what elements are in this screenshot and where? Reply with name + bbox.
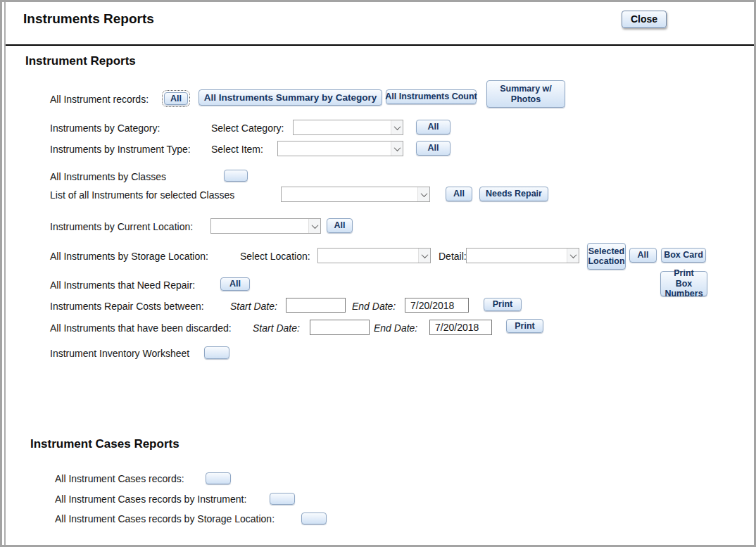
all-instrument-records-label: All Instrument records: bbox=[50, 93, 149, 106]
item-all-button[interactable]: All bbox=[416, 141, 451, 156]
left-edge-rule bbox=[4, 2, 6, 545]
by-classes-button[interactable] bbox=[224, 170, 248, 182]
repair-end-date-label: End Date: bbox=[352, 300, 396, 313]
discarded-start-date-input[interactable] bbox=[310, 320, 370, 335]
storage-location-combobox-value bbox=[318, 249, 418, 263]
page-title: Instruments Reports bbox=[23, 11, 154, 27]
select-item-label: Select Item: bbox=[211, 143, 263, 156]
cases-all-records-button[interactable] bbox=[206, 472, 231, 484]
need-repair-label: All Instruments that Need Repair: bbox=[50, 279, 195, 291]
repair-costs-label: Instruments Repair Costs between: bbox=[50, 300, 204, 313]
close-button[interactable]: Close bbox=[622, 11, 667, 28]
chevron-down-icon bbox=[391, 120, 403, 134]
summary-with-photos-button[interactable]: Summary w/ Photos bbox=[486, 80, 565, 108]
select-location-label: Select Location: bbox=[240, 250, 310, 263]
detail-combobox-value bbox=[467, 249, 567, 263]
storage-location-label: All Instruments by Storage Location: bbox=[50, 250, 208, 263]
need-repair-all-button[interactable]: All bbox=[220, 277, 250, 291]
discarded-print-button[interactable]: Print bbox=[506, 319, 543, 333]
chevron-down-icon bbox=[391, 142, 403, 156]
all-instruments-by-classes-label: All Instruments by Classes bbox=[50, 170, 166, 183]
instruments-by-type-label: Instruments by Instrument Type: bbox=[50, 143, 191, 156]
detail-label: Detail: bbox=[439, 250, 467, 263]
instrument-cases-reports-heading: Instrument Cases Reports bbox=[30, 437, 179, 451]
all-instruments-count-button[interactable]: All Instruments Count bbox=[386, 89, 477, 104]
current-location-combobox-value bbox=[211, 219, 308, 233]
select-category-label: Select Category: bbox=[211, 122, 284, 134]
cases-by-instrument-button[interactable] bbox=[270, 493, 295, 505]
discarded-end-date-input[interactable] bbox=[429, 320, 492, 335]
box-card-button[interactable]: Box Card bbox=[661, 248, 706, 263]
chevron-down-icon bbox=[418, 249, 430, 263]
all-instruments-summary-by-category-button[interactable]: All Instruments Summary by Category bbox=[199, 89, 382, 106]
item-combobox-value bbox=[278, 142, 391, 156]
inventory-worksheet-label: Instrument Inventory Worksheet bbox=[50, 347, 189, 360]
current-location-all-button[interactable]: All bbox=[327, 218, 353, 233]
current-location-combobox[interactable] bbox=[210, 218, 321, 234]
cases-by-instrument-label: All Instrument Cases records by Instrume… bbox=[55, 493, 246, 505]
discarded-start-date-label: Start Date: bbox=[253, 322, 300, 334]
print-box-numbers-button[interactable]: Print Box Numbers bbox=[660, 271, 707, 296]
classes-all-button[interactable]: All bbox=[446, 187, 472, 201]
chevron-down-icon bbox=[417, 187, 429, 201]
discarded-end-date-label: End Date: bbox=[374, 322, 417, 334]
all-records-all-button[interactable]: All bbox=[164, 92, 188, 105]
classes-combobox-value bbox=[282, 187, 417, 201]
repair-start-date-label: Start Date: bbox=[230, 300, 277, 313]
storage-location-combobox[interactable] bbox=[317, 248, 431, 263]
instruments-reports-window: Instruments Reports Close Instrument Rep… bbox=[0, 0, 756, 547]
cases-all-records-label: All Instrument Cases records: bbox=[55, 472, 184, 485]
instruments-by-category-label: Instruments by Category: bbox=[50, 122, 160, 134]
chevron-down-icon bbox=[567, 249, 579, 263]
inventory-worksheet-button[interactable] bbox=[204, 346, 229, 359]
chevron-down-icon bbox=[308, 219, 320, 233]
classes-needs-repair-button[interactable]: Needs Repair bbox=[479, 187, 548, 201]
classes-list-label: List of all Instruments for selected Cla… bbox=[50, 189, 234, 201]
category-combobox[interactable] bbox=[293, 120, 403, 135]
category-all-button[interactable]: All bbox=[416, 120, 451, 134]
cases-by-storage-label: All Instrument Cases records by Storage … bbox=[55, 513, 275, 525]
category-combobox-value bbox=[294, 120, 391, 134]
detail-combobox[interactable] bbox=[466, 248, 579, 263]
selected-location-button[interactable]: Selected Location bbox=[587, 243, 626, 270]
cases-by-storage-button[interactable] bbox=[301, 513, 327, 524]
discarded-label: All Instruments that have been discarded… bbox=[50, 322, 232, 334]
item-combobox[interactable] bbox=[277, 141, 403, 156]
repair-start-date-input[interactable] bbox=[286, 298, 346, 313]
repair-costs-print-button[interactable]: Print bbox=[484, 298, 522, 311]
repair-end-date-input[interactable] bbox=[405, 298, 469, 313]
storage-all-button[interactable]: All bbox=[629, 248, 657, 263]
current-location-label: Instruments by Current Location: bbox=[50, 220, 193, 233]
header-divider bbox=[6, 44, 754, 46]
instrument-reports-heading: Instrument Reports bbox=[25, 54, 136, 68]
classes-combobox[interactable] bbox=[281, 187, 430, 202]
